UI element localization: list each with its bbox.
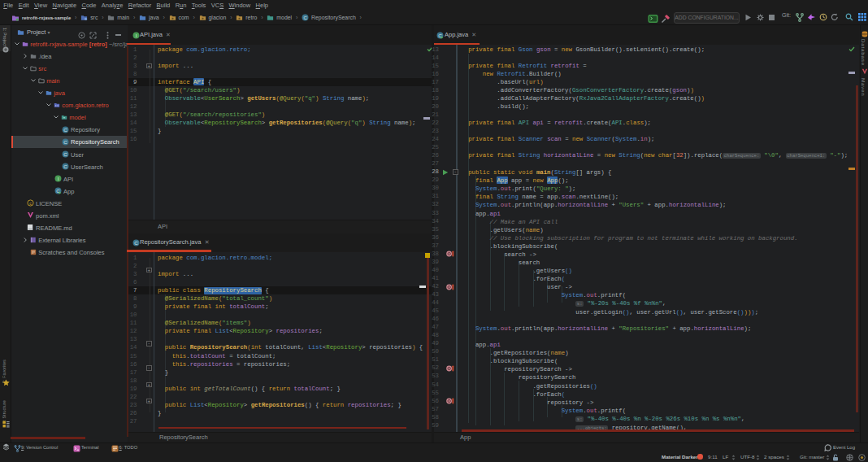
svg-text:c: c — [29, 201, 32, 206]
svg-text:C: C — [63, 151, 67, 157]
svg-text:C: C — [134, 239, 138, 245]
svg-text:C: C — [303, 15, 306, 20]
svg-text:I: I — [58, 176, 59, 181]
svg-text:C: C — [63, 163, 67, 169]
svg-text:C: C — [63, 127, 67, 133]
svg-text:C: C — [63, 139, 67, 145]
svg-text:I: I — [136, 32, 137, 37]
